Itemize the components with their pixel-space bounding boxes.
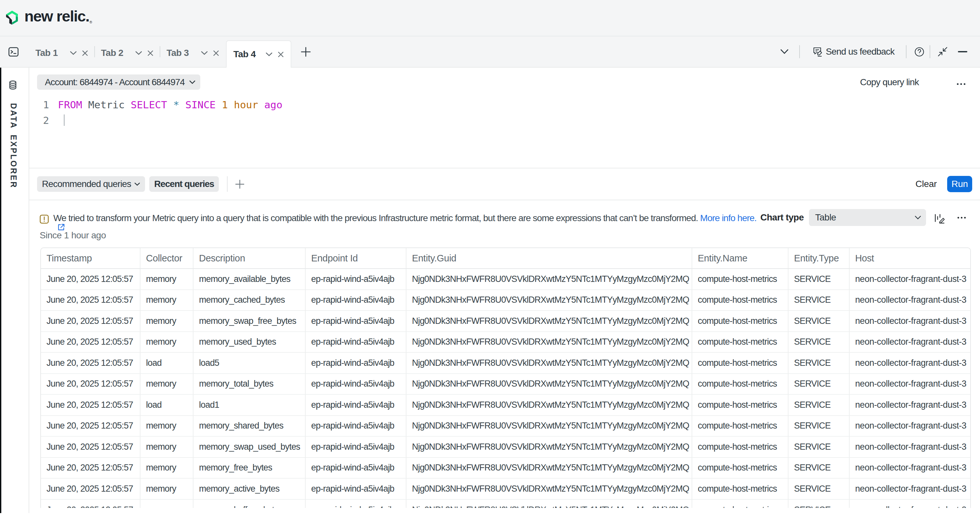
tab-tab-4[interactable]: Tab 4 bbox=[226, 40, 292, 68]
table-row[interactable]: June 20, 2025 12:05:57memorymemory_buffe… bbox=[41, 500, 971, 508]
nrql-token-kw: ago bbox=[264, 99, 283, 111]
column-header-entity-guid[interactable]: Entity.Guid bbox=[406, 248, 692, 269]
edit-chart-icon[interactable] bbox=[934, 212, 945, 224]
table-cell: SERVICE bbox=[788, 500, 849, 508]
table-cell: SERVICE bbox=[788, 310, 849, 332]
feedback-icon bbox=[813, 47, 822, 57]
query-console-icon[interactable] bbox=[8, 47, 19, 57]
table-cell: Njg0NDk3NHxFWFR8U0VSVklDRXwtMzY5NTc1MTYy… bbox=[406, 332, 692, 353]
tab-options-chevron-icon[interactable] bbox=[266, 53, 272, 57]
tab-tab-2[interactable]: Tab 2 bbox=[95, 37, 159, 67]
table-cell: memory bbox=[140, 415, 193, 437]
nrql-token-kw: FROM bbox=[58, 99, 82, 111]
clear-button[interactable]: Clear bbox=[916, 179, 937, 189]
table-cell: SERVICE bbox=[788, 374, 849, 395]
recent-queries-label: Recent queries bbox=[154, 179, 214, 189]
table-cell: June 20, 2025 12:05:57 bbox=[41, 290, 140, 311]
add-tab-icon[interactable] bbox=[301, 47, 311, 57]
table-cell: neon-collector-fragrant-dust-3 bbox=[849, 352, 971, 374]
column-header-endpoint-id[interactable]: Endpoint Id bbox=[305, 248, 406, 269]
table-cell: June 20, 2025 12:05:57 bbox=[41, 310, 140, 332]
table-cell: SERVICE bbox=[788, 457, 849, 479]
newrelic-query-builder-window: new relic. ® Tab 1Tab 2Tab 3Tab 4 bbox=[0, 0, 980, 530]
results-section: We tried to transform your Metric query … bbox=[29, 200, 980, 508]
tab-tab-1[interactable]: Tab 1 bbox=[30, 37, 94, 67]
table-row[interactable]: June 20, 2025 12:05:57loadload5ep-rapid-… bbox=[41, 352, 971, 374]
recent-queries-button[interactable]: Recent queries bbox=[149, 176, 219, 192]
table-cell: ep-rapid-wind-a5iv4ajb bbox=[305, 436, 406, 457]
newrelic-logo[interactable]: new relic. ® bbox=[6, 8, 92, 25]
table-row[interactable]: June 20, 2025 12:05:57memorymemory_share… bbox=[41, 415, 971, 437]
registered-mark: ® bbox=[89, 20, 92, 24]
table-row[interactable]: June 20, 2025 12:05:57memorymemory_total… bbox=[41, 374, 971, 395]
table-cell: compute-host-metrics bbox=[692, 500, 788, 508]
tab-close-icon[interactable] bbox=[213, 50, 219, 56]
nrql-token-id bbox=[179, 99, 185, 111]
query-toolbar: Recommended queries Recent queries Clear… bbox=[29, 169, 980, 200]
nrql-editor[interactable]: 1 FROM Metric SELECT * SINCE 1 hour ago … bbox=[37, 97, 966, 128]
data-explorer-label: DATA EXPLORER bbox=[9, 103, 18, 189]
table-cell: ep-rapid-wind-a5iv4ajb bbox=[305, 269, 406, 290]
tab-options-chevron-icon[interactable] bbox=[201, 51, 208, 55]
copy-query-link-button[interactable]: Copy query link bbox=[860, 77, 919, 88]
help-icon[interactable] bbox=[915, 47, 924, 57]
column-header-entity-type[interactable]: Entity.Type bbox=[788, 248, 849, 269]
divider bbox=[160, 46, 160, 57]
table-row[interactable]: June 20, 2025 12:05:57loadload1ep-rapid-… bbox=[41, 395, 971, 415]
nrql-token-id: Metric bbox=[82, 99, 131, 111]
app-header: new relic. ® bbox=[0, 0, 980, 37]
divider bbox=[227, 176, 228, 192]
recommended-queries-button[interactable]: Recommended queries bbox=[37, 176, 145, 192]
table-row[interactable]: June 20, 2025 12:05:57memorymemory_used_… bbox=[41, 332, 971, 353]
table-cell: ep-rapid-wind-a5iv4ajb bbox=[305, 457, 406, 479]
chart-type-select[interactable]: Table bbox=[809, 209, 926, 226]
table-row[interactable]: June 20, 2025 12:05:57memorymemory_cache… bbox=[41, 290, 971, 311]
table-row[interactable]: June 20, 2025 12:05:57memorymemory_swap_… bbox=[41, 436, 971, 457]
tab-close-icon[interactable] bbox=[147, 50, 153, 56]
collapse-querybar-chevron-icon[interactable] bbox=[780, 49, 789, 54]
table-cell: ep-rapid-wind-a5iv4ajb bbox=[305, 374, 406, 395]
column-header-timestamp[interactable]: Timestamp bbox=[41, 248, 140, 269]
account-selector-label: Account: 6844974 - Account 6844974 bbox=[45, 77, 185, 88]
minimize-icon[interactable] bbox=[958, 51, 967, 53]
collapse-panel-icon[interactable] bbox=[938, 47, 948, 57]
table-cell: memory_buffers_bytes bbox=[193, 500, 305, 508]
column-header-host[interactable]: Host bbox=[849, 248, 971, 269]
account-selector[interactable]: Account: 6844974 - Account 6844974 bbox=[37, 75, 200, 90]
column-header-description[interactable]: Description bbox=[193, 248, 305, 269]
nrql-token-num: 1 hour bbox=[216, 99, 258, 111]
tab-close-icon[interactable] bbox=[82, 50, 88, 56]
results-table-container[interactable]: TimestampCollectorDescriptionEndpoint Id… bbox=[40, 247, 971, 508]
table-row[interactable]: June 20, 2025 12:05:57memorymemory_avail… bbox=[41, 269, 971, 290]
column-header-collector[interactable]: Collector bbox=[140, 248, 193, 269]
table-cell: ep-rapid-wind-a5iv4ajb bbox=[305, 352, 406, 374]
table-cell: SERVICE bbox=[788, 290, 849, 311]
data-explorer-sidebar[interactable]: DATA EXPLORER bbox=[0, 68, 29, 513]
tab-options-chevron-icon[interactable] bbox=[70, 51, 77, 55]
results-table: TimestampCollectorDescriptionEndpoint Id… bbox=[41, 248, 971, 508]
send-feedback-button[interactable]: Send us feedback bbox=[813, 46, 894, 57]
chart-more-options-icon[interactable] bbox=[957, 216, 966, 219]
table-row[interactable]: June 20, 2025 12:05:57memorymemory_swap_… bbox=[41, 310, 971, 332]
table-row[interactable]: June 20, 2025 12:05:57memorymemory_activ… bbox=[41, 478, 971, 500]
add-query-icon[interactable] bbox=[235, 176, 245, 192]
table-cell: neon-collector-fragrant-dust-3 bbox=[849, 436, 971, 457]
table-cell: ep-rapid-wind-a5iv4ajb bbox=[305, 500, 406, 508]
line-number: 2 bbox=[37, 113, 49, 128]
table-cell: Njg0NDk3NHxFWFR8U0VSVklDRXwtMzY5NTc1MTYy… bbox=[406, 457, 692, 479]
query-more-options-icon[interactable] bbox=[956, 83, 966, 85]
table-row[interactable]: June 20, 2025 12:05:57memorymemory_free_… bbox=[41, 457, 971, 479]
tab-tab-3[interactable]: Tab 3 bbox=[161, 37, 225, 67]
table-cell: SERVICE bbox=[788, 269, 849, 290]
table-cell: June 20, 2025 12:05:57 bbox=[41, 352, 140, 374]
tab-close-icon[interactable] bbox=[278, 51, 284, 57]
tab-options-chevron-icon[interactable] bbox=[135, 51, 142, 55]
column-header-entity-name[interactable]: Entity.Name bbox=[692, 248, 788, 269]
run-button[interactable]: Run bbox=[947, 176, 972, 192]
chart-controls: Chart type Table bbox=[760, 209, 966, 226]
table-cell: neon-collector-fragrant-dust-3 bbox=[849, 290, 971, 311]
table-cell: neon-collector-fragrant-dust-3 bbox=[849, 457, 971, 479]
table-cell: load5 bbox=[193, 352, 305, 374]
nrql-token-id bbox=[167, 99, 173, 111]
more-info-link[interactable]: More info here. bbox=[700, 213, 756, 223]
